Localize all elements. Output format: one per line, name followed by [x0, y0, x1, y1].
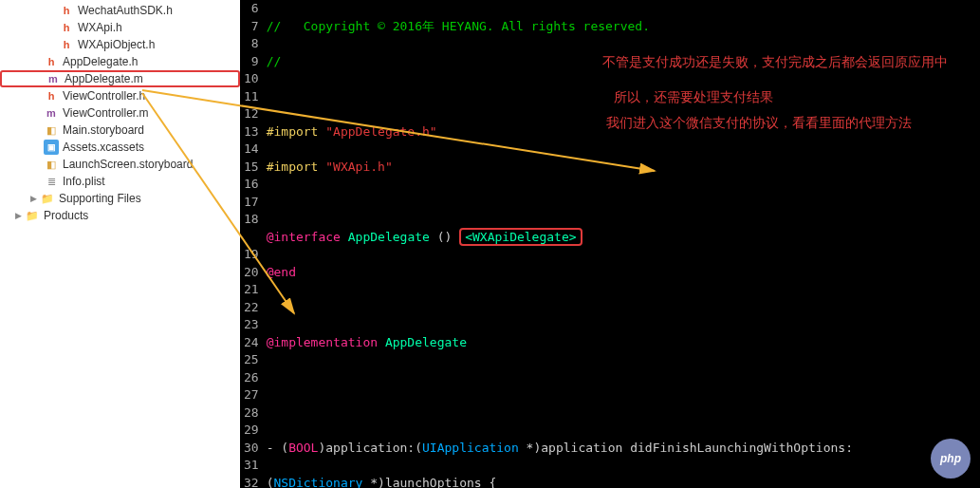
plist-icon: ≣	[44, 174, 59, 189]
code-area[interactable]: // Copyright © 2016年 HEYANG. All rights …	[267, 0, 980, 488]
file-label: ViewController.m	[63, 106, 148, 120]
file-item[interactable]: ◧LaunchScreen.storyboard	[0, 156, 240, 173]
keyword: @implementation	[267, 335, 385, 349]
file-label: AppDelegate.h	[63, 55, 138, 68]
keyword: @interface	[267, 230, 341, 244]
header-file-icon: h	[59, 3, 74, 18]
string: "AppDelegate.h"	[325, 124, 436, 139]
code-editor[interactable]: 6789101112131415161718192021222324252627…	[240, 0, 980, 488]
file-item[interactable]: ◧Main.storyboard	[0, 122, 240, 139]
header-file-icon: h	[44, 88, 59, 103]
line-gutter: 6789101112131415161718192021222324252627…	[240, 0, 267, 488]
file-label: Main.storyboard	[63, 123, 144, 137]
file-item[interactable]: hWXApi.h	[0, 19, 240, 36]
file-label: Assets.xcassets	[63, 141, 144, 154]
folder-icon: 📁	[25, 208, 40, 223]
impl-file-icon: m	[44, 105, 59, 121]
file-item[interactable]: mViewController.m	[0, 104, 240, 122]
file-label: WXApiObject.h	[78, 38, 155, 51]
file-item[interactable]: ≣Info.plist	[0, 173, 240, 190]
folder-icon: 📁	[40, 191, 55, 206]
header-file-icon: h	[59, 20, 74, 35]
php-badge-icon: php	[931, 439, 971, 479]
string: "WXApi.h"	[325, 160, 392, 174]
comment: //	[267, 54, 282, 68]
class-name: AppDelegate	[385, 335, 467, 349]
file-item[interactable]: ▣Assets.xcassets	[0, 139, 240, 156]
file-label: ViewController.h	[63, 89, 145, 103]
file-label: AppDelegate.m	[65, 72, 143, 85]
folder-label: Products	[44, 209, 88, 222]
assets-icon: ▣	[44, 140, 59, 155]
file-label: LaunchScreen.storyboard	[63, 158, 193, 171]
file-item[interactable]: hWechatAuthSDK.h	[0, 2, 240, 19]
file-item-selected[interactable]: mAppDelegate.m	[0, 70, 240, 87]
impl-file-icon: m	[46, 71, 61, 86]
header-file-icon: h	[44, 54, 59, 69]
file-item[interactable]: hAppDelegate.h	[0, 53, 240, 70]
file-label: WXApi.h	[78, 21, 122, 34]
file-item[interactable]: hViewController.h	[0, 87, 240, 104]
class-name: AppDelegate	[348, 230, 430, 244]
preprocessor: #import	[267, 160, 326, 174]
folder-item[interactable]: ▶📁Supporting Files	[0, 190, 240, 207]
file-label: WechatAuthSDK.h	[78, 4, 173, 17]
preprocessor: #import	[267, 124, 326, 139]
file-item[interactable]: hWXApiObject.h	[0, 36, 240, 53]
folder-label: Supporting Files	[59, 192, 141, 205]
annotation: 我们进入这个微信支付的协议，看看里面的代理方法	[606, 114, 912, 132]
folder-item[interactable]: ▶📁Products	[0, 207, 240, 224]
header-file-icon: h	[59, 37, 74, 52]
file-navigator: hWechatAuthSDK.h hWXApi.h hWXApiObject.h…	[0, 0, 240, 488]
storyboard-icon: ◧	[44, 157, 59, 172]
annotation: 所以，还需要处理支付结果	[614, 88, 773, 106]
comment: // Copyright © 2016年 HEYANG. All rights …	[267, 19, 650, 33]
disclosure-icon[interactable]: ▶	[28, 194, 38, 203]
annotation: 不管是支付成功还是失败，支付完成之后都会返回原应用中	[602, 53, 948, 71]
protocol-name: <WXApiDelegate>	[465, 230, 576, 244]
disclosure-icon[interactable]: ▶	[13, 211, 23, 220]
keyword: @end	[267, 265, 296, 279]
file-label: Info.plist	[63, 175, 105, 188]
storyboard-icon: ◧	[44, 122, 59, 138]
